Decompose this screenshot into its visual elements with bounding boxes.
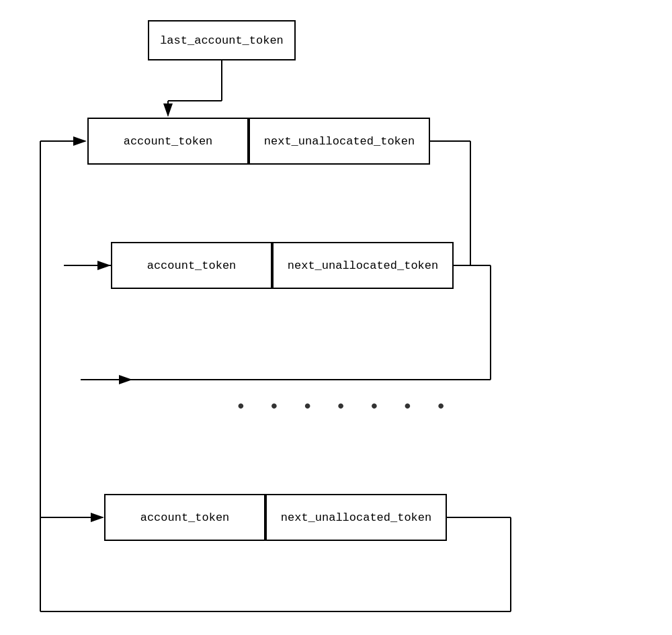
row1-left-label: account_token (124, 135, 213, 148)
top-node: last_account_token (148, 20, 296, 60)
row2-right-node: next_unallocated_token (272, 242, 454, 289)
diagram-container: last_account_token account_token next_un… (0, 0, 672, 635)
row2-left-label: account_token (147, 259, 237, 272)
row3-left-label: account_token (140, 511, 230, 524)
row1-left-node: account_token (87, 118, 249, 165)
row3-right-node: next_unallocated_token (265, 494, 447, 541)
row2-left-node: account_token (111, 242, 272, 289)
row1-right-node: next_unallocated_token (249, 118, 430, 165)
row1-right-label: next_unallocated_token (264, 135, 415, 148)
row3-left-node: account_token (104, 494, 265, 541)
continuation-dots: • • • • • • • (235, 396, 452, 417)
top-node-label: last_account_token (160, 34, 284, 47)
row3-right-label: next_unallocated_token (281, 511, 431, 524)
row2-right-label: next_unallocated_token (288, 259, 438, 272)
